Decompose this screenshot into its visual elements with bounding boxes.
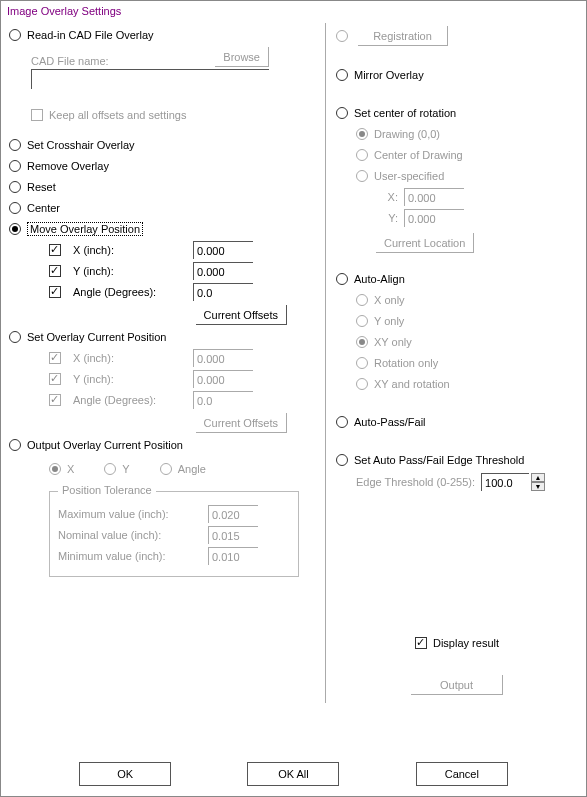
radio-auto-pass-fail[interactable]: Auto-Pass/Fail bbox=[336, 413, 578, 431]
input-cur-y[interactable] bbox=[193, 370, 253, 388]
input-center-x[interactable] bbox=[404, 188, 464, 206]
radio-output-position[interactable]: Output Overlay Current Position bbox=[9, 436, 321, 454]
registration-button[interactable]: Registration bbox=[358, 26, 448, 46]
dialog-title: Image Overlay Settings bbox=[1, 1, 586, 19]
cad-file-label: CAD File name: bbox=[31, 55, 109, 67]
radio-icon bbox=[9, 181, 21, 193]
radio-align-x-only[interactable]: X only bbox=[356, 291, 578, 309]
field-label: X (inch): bbox=[73, 352, 193, 364]
input-tol-nom[interactable] bbox=[208, 526, 258, 544]
input-cur-x[interactable] bbox=[193, 349, 253, 367]
radio-align-xy-rotation[interactable]: XY and rotation bbox=[356, 375, 578, 393]
field-move-angle: Angle (Degrees): bbox=[49, 283, 321, 301]
radio-label: Set Auto Pass/Fail Edge Threshold bbox=[354, 454, 524, 466]
input-cur-angle[interactable] bbox=[193, 391, 253, 409]
ok-button[interactable]: OK bbox=[79, 762, 171, 786]
radio-output-angle[interactable]: Angle bbox=[160, 460, 206, 478]
group-legend: Position Tolerance bbox=[58, 484, 156, 496]
radio-set-center-rotation[interactable]: Set center of rotation bbox=[336, 104, 578, 122]
browse-button[interactable]: Browse bbox=[215, 47, 269, 67]
radio-label: X bbox=[67, 463, 74, 475]
radio-align-rotation-only[interactable]: Rotation only bbox=[356, 354, 578, 372]
field-label: Angle (Degrees): bbox=[73, 394, 193, 406]
radio-icon bbox=[9, 139, 21, 151]
radio-icon bbox=[9, 331, 21, 343]
radio-center[interactable]: Center bbox=[9, 199, 321, 217]
radio-output-y[interactable]: Y bbox=[104, 460, 129, 478]
checkbox-icon[interactable] bbox=[49, 244, 61, 256]
check-display-result[interactable]: Display result bbox=[336, 634, 578, 652]
current-location-button[interactable]: Current Location bbox=[376, 233, 474, 253]
stepper-down-icon[interactable]: ▼ bbox=[531, 482, 545, 491]
stepper-up-icon[interactable]: ▲ bbox=[531, 473, 545, 482]
radio-icon bbox=[9, 160, 21, 172]
position-tolerance-group: Position Tolerance Maximum value (inch):… bbox=[49, 491, 299, 577]
dialog-window: Image Overlay Settings Read-in CAD File … bbox=[0, 0, 587, 797]
current-offsets-button-1[interactable]: Current Offsets bbox=[196, 305, 287, 325]
radio-icon bbox=[9, 223, 21, 235]
current-offsets-button-2[interactable]: Current Offsets bbox=[196, 413, 287, 433]
field-cur-angle: Angle (Degrees): bbox=[49, 391, 321, 409]
radio-label: Auto-Pass/Fail bbox=[354, 416, 426, 428]
checkbox-icon[interactable] bbox=[49, 352, 61, 364]
right-column: Registration Mirror Overlay Set center o… bbox=[336, 23, 578, 703]
radio-icon bbox=[49, 463, 61, 475]
input-edge-threshold[interactable] bbox=[481, 473, 529, 491]
input-move-angle[interactable] bbox=[193, 283, 253, 301]
left-column: Read-in CAD File Overlay CAD File name: … bbox=[9, 23, 321, 703]
field-label: Y (inch): bbox=[73, 265, 193, 277]
radio-icon bbox=[356, 357, 368, 369]
checkbox-icon[interactable] bbox=[49, 286, 61, 298]
radio-label: Read-in CAD File Overlay bbox=[27, 29, 154, 41]
radio-label: XY and rotation bbox=[374, 378, 450, 390]
checkbox-icon[interactable] bbox=[49, 373, 61, 385]
radio-icon bbox=[356, 294, 368, 306]
field-cur-x: X (inch): bbox=[49, 349, 321, 367]
radio-user-specified[interactable]: User-specified bbox=[356, 167, 578, 185]
radio-label: XY only bbox=[374, 336, 412, 348]
radio-icon bbox=[336, 416, 348, 428]
radio-label: Y only bbox=[374, 315, 404, 327]
radio-label: Move Overlay Position bbox=[30, 223, 140, 235]
radio-icon bbox=[336, 454, 348, 466]
radio-label: Set Crosshair Overlay bbox=[27, 139, 135, 151]
checkbox-icon[interactable] bbox=[49, 265, 61, 277]
radio-move-position[interactable]: Move Overlay Position bbox=[9, 220, 321, 238]
radio-mirror-overlay[interactable]: Mirror Overlay bbox=[336, 66, 578, 84]
field-label: Nominal value (inch): bbox=[58, 529, 208, 541]
cancel-button[interactable]: Cancel bbox=[416, 762, 508, 786]
output-button[interactable]: Output bbox=[411, 675, 503, 695]
radio-output-x[interactable]: X bbox=[49, 460, 74, 478]
radio-remove-overlay[interactable]: Remove Overlay bbox=[9, 157, 321, 175]
input-move-x[interactable] bbox=[193, 241, 253, 259]
field-label: Angle (Degrees): bbox=[73, 286, 193, 298]
input-center-y[interactable] bbox=[404, 209, 464, 227]
radio-align-xy-only[interactable]: XY only bbox=[356, 333, 578, 351]
radio-icon bbox=[336, 107, 348, 119]
edge-threshold-stepper[interactable]: ▲ ▼ bbox=[481, 473, 545, 491]
checkbox-icon[interactable] bbox=[49, 394, 61, 406]
button-bar: OK OK All Cancel bbox=[1, 762, 586, 786]
radio-set-auto-threshold[interactable]: Set Auto Pass/Fail Edge Threshold bbox=[336, 451, 578, 469]
radio-icon bbox=[356, 378, 368, 390]
radio-auto-align[interactable]: Auto-Align bbox=[336, 270, 578, 288]
input-tol-min[interactable] bbox=[208, 547, 258, 565]
radio-set-current-position[interactable]: Set Overlay Current Position bbox=[9, 328, 321, 346]
input-move-y[interactable] bbox=[193, 262, 253, 280]
check-keep-offsets[interactable]: Keep all offsets and settings bbox=[31, 106, 321, 124]
radio-read-in-cad[interactable]: Read-in CAD File Overlay bbox=[9, 26, 321, 44]
ok-all-button[interactable]: OK All bbox=[247, 762, 339, 786]
radio-label: User-specified bbox=[374, 170, 444, 182]
input-tol-max[interactable] bbox=[208, 505, 258, 523]
field-label: Minimum value (inch): bbox=[58, 550, 208, 562]
radio-drawing-00[interactable]: Drawing (0,0) bbox=[356, 125, 578, 143]
radio-set-crosshair[interactable]: Set Crosshair Overlay bbox=[9, 136, 321, 154]
radio-icon bbox=[9, 439, 21, 451]
radio-reset[interactable]: Reset bbox=[9, 178, 321, 196]
radio-center-of-drawing[interactable]: Center of Drawing bbox=[356, 146, 578, 164]
field-label: Maximum value (inch): bbox=[58, 508, 208, 520]
radio-align-y-only[interactable]: Y only bbox=[356, 312, 578, 330]
radio-icon bbox=[336, 69, 348, 81]
cad-file-input[interactable] bbox=[31, 69, 269, 89]
radio-registration[interactable]: Registration bbox=[336, 26, 578, 46]
